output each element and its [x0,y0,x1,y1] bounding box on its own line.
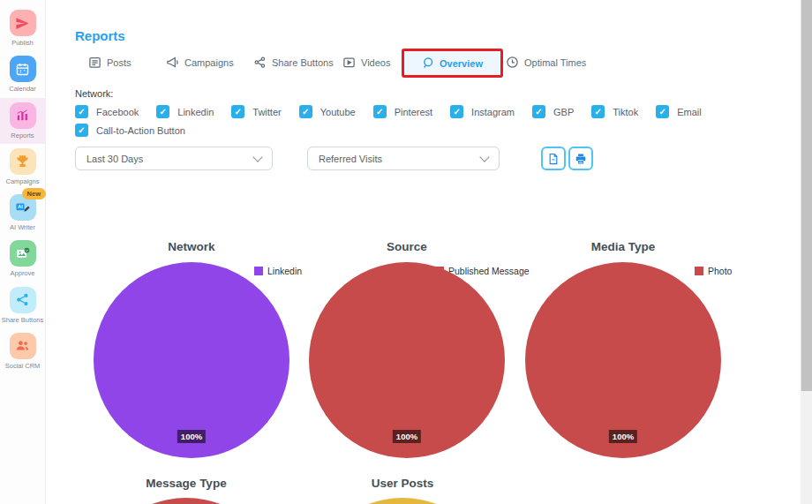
print-button[interactable] [568,147,593,170]
network-checkbox-twitter[interactable]: ✓ Twitter [231,105,281,118]
pie-percentage-label: 100% [609,430,637,443]
network-checkbox-call-to-action-button[interactable]: ✓ Call-to-Action Button [75,124,185,137]
pie-message-type [88,498,284,504]
sidebar-item-share-buttons[interactable]: Share Buttons [0,282,45,328]
main-content: Reports Posts Campaigns Share Buttons Vi… [46,0,801,504]
search-icon [422,56,435,70]
sidebar: Publish Calendar Reports Campaigns New A… [0,0,46,504]
sidebar-item-label: Reports [11,132,34,139]
chevron-down-icon [252,152,262,162]
pie-network [94,262,289,458]
trophy-icon [10,148,36,175]
tab-label: Campaigns [184,57,234,68]
tab-label: Share Buttons [272,57,334,68]
legend-label: Photo [708,266,732,276]
date-range-value: Last 30 Days [86,154,143,164]
pie-user-posts [304,498,500,504]
network-checkbox-row: ✓ Facebook ✓ Linkedin ✓ Twitter ✓ Youtub… [75,105,702,118]
approve-image-icon [10,240,36,267]
sidebar-item-social-crm[interactable]: Social CRM [0,328,45,374]
tab-label: Posts [107,57,132,68]
scrollbar-track[interactable] [801,0,812,504]
chart-title-message-type: Message Type [88,477,284,490]
paper-plane-icon [10,10,36,36]
sidebar-item-label: Share Buttons [2,317,44,324]
posts-icon [88,56,102,69]
pie-percentage-label: 100% [393,430,421,443]
sidebar-item-calendar[interactable]: Calendar [0,51,45,97]
sidebar-item-campaigns[interactable]: Campaigns [0,144,45,190]
checkbox-checked-icon: ✓ [450,105,463,118]
sidebar-item-publish[interactable]: Publish [0,5,45,51]
pie-media-type [525,262,721,458]
metric-select[interactable]: Referred Visits [307,147,500,170]
legend-label: Published Message [448,266,530,276]
checkbox-checked-icon: ✓ [156,105,169,118]
clock-icon [506,56,519,69]
tab-label: Overview [440,58,483,69]
checkbox-checked-icon: ✓ [373,105,387,118]
checkbox-checked-icon: ✓ [656,105,669,118]
legend-swatch [695,267,703,275]
people-icon [10,333,36,359]
network-checkbox-linkedin[interactable]: ✓ Linkedin [156,105,214,118]
chart-title-media-type: Media Type [525,240,721,253]
tab-videos[interactable]: Videos [342,56,390,69]
chart-legend: Photo [695,266,732,276]
checkbox-checked-icon: ✓ [299,105,312,118]
date-range-select[interactable]: Last 30 Days [75,147,273,170]
sidebar-item-label: AI Writer [10,224,35,231]
network-checkbox-facebook[interactable]: ✓ Facebook [75,105,139,118]
tab-label: Videos [361,57,390,68]
printer-icon [575,153,587,165]
checkbox-checked-icon: ✓ [75,124,88,137]
network-filter-label: Network: [75,88,113,99]
video-icon [342,56,356,69]
share-icon [253,56,267,69]
new-badge: New [22,188,46,199]
sidebar-item-label: Approve [11,270,35,277]
pdf-file-icon [547,153,560,165]
export-pdf-button[interactable] [541,147,566,170]
chart-title-source: Source [309,240,505,253]
tab-posts[interactable]: Posts [88,56,132,69]
pie-percentage-label: 100% [177,430,206,443]
metric-value: Referred Visits [319,154,382,164]
network-checkbox-pinterest[interactable]: ✓ Pinterest [373,105,432,118]
checkbox-checked-icon: ✓ [75,105,88,118]
pie-source [309,262,505,458]
network-checkbox-gbp[interactable]: ✓ GBP [532,105,574,118]
megaphone-icon [166,56,179,69]
checkbox-checked-icon: ✓ [532,105,545,118]
checkbox-checked-icon: ✓ [231,105,244,118]
network-checkbox-instagram[interactable]: ✓ Instagram [450,105,515,118]
sidebar-item-label: Campaigns [6,178,40,185]
sidebar-item-label: Publish [11,40,34,47]
svg-text:AI: AI [18,204,23,209]
sidebar-item-ai-writer[interactable]: New AI AI Writer [0,190,45,236]
tab-overview[interactable]: Overview [402,49,503,78]
network-checkbox-youtube[interactable]: ✓ Youtube [299,105,356,118]
calendar-icon [10,56,36,82]
chevron-down-icon [479,152,489,162]
app-window: Publish Calendar Reports Campaigns New A… [0,0,812,504]
tab-share-buttons[interactable]: Share Buttons [253,56,334,69]
legend-swatch [254,267,263,275]
legend-label: Linkedin [267,266,302,276]
sidebar-item-label: Calendar [9,86,35,93]
checkbox-checked-icon: ✓ [591,105,605,118]
bar-chart-icon [10,102,36,129]
tab-optimal-times[interactable]: Optimal Times [506,56,586,69]
chart-legend: Linkedin [254,266,302,276]
sidebar-item-reports[interactable]: Reports [0,98,45,144]
sidebar-item-approve[interactable]: Approve [0,236,45,282]
chart-title-user-posts: User Posts [304,477,500,490]
scrollbar-thumb[interactable] [801,0,812,391]
network-checkbox-email[interactable]: ✓ Email [656,105,702,118]
tab-label: Optimal Times [524,57,586,68]
sidebar-item-label: Social CRM [5,363,41,370]
page-title: Reports [75,28,125,43]
network-checkbox-tiktok[interactable]: ✓ Tiktok [591,105,638,118]
tab-campaigns[interactable]: Campaigns [166,56,234,69]
chart-title-network: Network [94,240,289,253]
